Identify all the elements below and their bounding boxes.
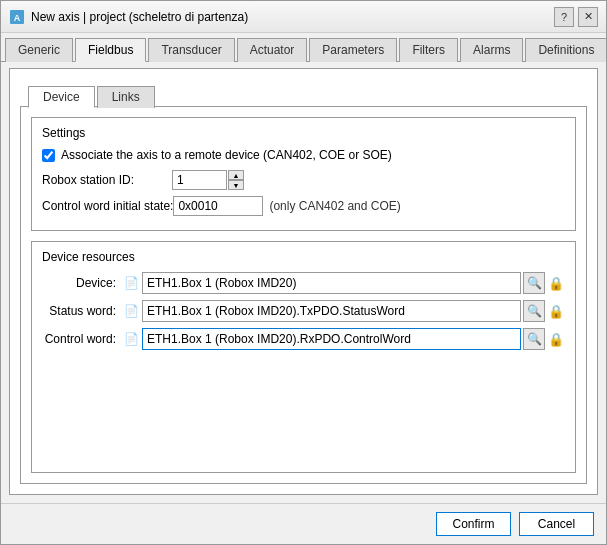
inner-panel: Settings Associate the axis to a remote …: [20, 106, 587, 484]
svg-text:A: A: [14, 13, 21, 23]
confirm-button[interactable]: Confirm: [436, 512, 511, 536]
tab-generic[interactable]: Generic: [5, 38, 73, 62]
status-lock-icon: 🔒: [547, 302, 565, 320]
control-word-resource-input[interactable]: [142, 328, 521, 350]
tab-filters[interactable]: Filters: [399, 38, 458, 62]
dialog: A New axis | project (scheletro di parte…: [0, 0, 607, 545]
associate-label: Associate the axis to a remote device (C…: [61, 148, 392, 162]
device-input-group: 📄 🔍 🔒: [122, 272, 565, 294]
tab-parameters[interactable]: Parameters: [309, 38, 397, 62]
control-word-input[interactable]: [173, 196, 263, 216]
tab-alarms[interactable]: Alarms: [460, 38, 523, 62]
tab-panel: Device Links Settings Associate the axis…: [9, 68, 598, 495]
spin-buttons: ▲ ▼: [228, 170, 244, 190]
control-word-label: Control word initial state:: [42, 199, 173, 213]
robox-station-row: Robox station ID: ▲ ▼: [42, 170, 565, 190]
associate-checkbox-row: Associate the axis to a remote device (C…: [42, 148, 565, 162]
control-word-resource-label: Control word:: [42, 332, 122, 346]
window-title: New axis | project (scheletro di partenz…: [31, 10, 554, 24]
app-icon: A: [9, 9, 25, 25]
settings-section: Settings Associate the axis to a remote …: [31, 117, 576, 231]
control-word-resource-row: Control word: 📄 🔍 🔒: [42, 328, 565, 350]
inner-tab-device[interactable]: Device: [28, 86, 95, 108]
inner-tab-links[interactable]: Links: [97, 86, 155, 108]
control-lock-icon: 🔒: [547, 330, 565, 348]
status-doc-icon: 📄: [122, 302, 140, 320]
title-bar: A New axis | project (scheletro di parte…: [1, 1, 606, 33]
robox-station-label: Robox station ID:: [42, 173, 172, 187]
device-lock-icon: 🔒: [547, 274, 565, 292]
tab-definitions[interactable]: Definitions: [525, 38, 607, 62]
settings-title: Settings: [42, 126, 565, 140]
associate-checkbox[interactable]: [42, 149, 55, 162]
close-button[interactable]: ✕: [578, 7, 598, 27]
spin-down-button[interactable]: ▼: [228, 180, 244, 190]
resources-title: Device resources: [42, 250, 565, 264]
control-doc-icon: 📄: [122, 330, 140, 348]
device-doc-icon: 📄: [122, 274, 140, 292]
device-input[interactable]: [142, 272, 521, 294]
top-tab-bar: Generic Fieldbus Transducer Actuator Par…: [1, 33, 606, 62]
device-row: Device: 📄 🔍 🔒: [42, 272, 565, 294]
device-search-button[interactable]: 🔍: [523, 272, 545, 294]
robox-station-input[interactable]: [172, 170, 227, 190]
status-word-label: Status word:: [42, 304, 122, 318]
status-word-input[interactable]: [142, 300, 521, 322]
tab-fieldbus[interactable]: Fieldbus: [75, 38, 146, 62]
content-area: Device Links Settings Associate the axis…: [1, 62, 606, 503]
control-search-button[interactable]: 🔍: [523, 328, 545, 350]
control-word-hint: (only CAN402 and COE): [269, 199, 400, 213]
control-word-input-group: 📄 🔍 🔒: [122, 328, 565, 350]
spin-up-button[interactable]: ▲: [228, 170, 244, 180]
title-controls: ? ✕: [554, 7, 598, 27]
control-word-row: Control word initial state: (only CAN402…: [42, 196, 565, 216]
cancel-button[interactable]: Cancel: [519, 512, 594, 536]
tab-actuator[interactable]: Actuator: [237, 38, 308, 62]
bottom-bar: Confirm Cancel: [1, 503, 606, 544]
tab-transducer[interactable]: Transducer: [148, 38, 234, 62]
status-word-input-group: 📄 🔍 🔒: [122, 300, 565, 322]
status-word-row: Status word: 📄 🔍 🔒: [42, 300, 565, 322]
device-row-label: Device:: [42, 276, 122, 290]
robox-station-spinner: ▲ ▼: [172, 170, 244, 190]
help-button[interactable]: ?: [554, 7, 574, 27]
device-resources-section: Device resources Device: 📄 🔍 🔒 St: [31, 241, 576, 473]
status-search-button[interactable]: 🔍: [523, 300, 545, 322]
inner-tab-bar: Device Links: [20, 79, 587, 107]
